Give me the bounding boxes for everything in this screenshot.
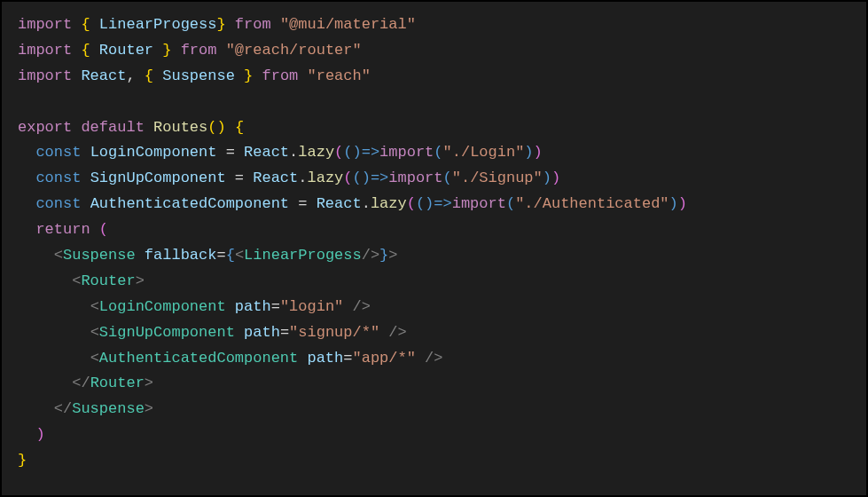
- code-token: "reach": [308, 67, 371, 84]
- code-token: ): [534, 144, 543, 161]
- code-token: =: [226, 170, 254, 186]
- code-token: [379, 324, 388, 341]
- code-token: [271, 16, 280, 33]
- code-token: ,: [126, 67, 144, 84]
- code-token: [72, 119, 81, 136]
- code-token: (): [343, 144, 361, 161]
- code-token: Suspense: [162, 67, 235, 84]
- code-token: const: [35, 170, 81, 186]
- code-line[interactable]: </Suspense>: [18, 397, 850, 422]
- code-line[interactable]: <Suspense fallback={<LinearProgess/>}>: [18, 243, 850, 269]
- code-token: [18, 272, 72, 289]
- code-line[interactable]: <Router>: [18, 269, 850, 295]
- code-token: <: [90, 298, 99, 315]
- code-token: [72, 42, 81, 59]
- code-token: </: [54, 400, 72, 417]
- code-token: [18, 298, 90, 315]
- code-token: >: [145, 375, 153, 391]
- code-token: />: [425, 350, 442, 367]
- code-token: (: [506, 195, 515, 212]
- code-token: path: [235, 298, 271, 315]
- code-token: (): [353, 170, 371, 186]
- code-line[interactable]: export default Routes() {: [18, 115, 850, 141]
- code-token: ): [524, 144, 533, 161]
- code-token: "./Signup": [452, 170, 543, 186]
- code-token: [18, 324, 90, 341]
- code-token: ): [543, 170, 551, 186]
- code-token: }: [379, 247, 388, 264]
- code-token: [235, 324, 244, 341]
- code-token: [226, 298, 235, 315]
- code-token: "login": [280, 298, 343, 315]
- code-token: <: [235, 247, 244, 264]
- code-token: [216, 42, 225, 59]
- code-line[interactable]: const LoginComponent = React.lazy(()=>im…: [18, 140, 850, 166]
- code-token: [81, 170, 90, 186]
- code-line[interactable]: [18, 90, 850, 115]
- code-token: [18, 170, 35, 186]
- code-token: />: [353, 298, 371, 315]
- code-token: fallback: [145, 247, 217, 264]
- code-token: />: [362, 247, 379, 264]
- code-token: ): [669, 195, 678, 212]
- code-line[interactable]: import React, { Suspense } from "reach": [18, 64, 850, 90]
- code-token: ): [678, 195, 687, 212]
- code-line[interactable]: import { LinearProgess} from "@mui/mater…: [18, 12, 850, 38]
- code-token: =: [216, 144, 244, 161]
- code-token: [72, 16, 81, 33]
- code-token: [18, 195, 35, 212]
- code-line[interactable]: ): [18, 422, 850, 448]
- code-editor[interactable]: import { LinearProgess} from "@mui/mater…: [2, 2, 866, 485]
- code-token: =: [280, 324, 289, 341]
- code-token: (: [407, 195, 416, 212]
- code-token: AuthenticatedComponent: [90, 195, 289, 212]
- code-line[interactable]: }: [18, 448, 850, 474]
- code-token: [18, 426, 35, 443]
- code-token: (: [99, 221, 108, 238]
- code-token: path: [307, 350, 343, 367]
- code-token: =: [271, 298, 280, 315]
- code-token: </: [72, 375, 90, 391]
- code-token: [226, 119, 235, 136]
- code-token: from: [235, 16, 271, 33]
- code-token: [90, 16, 99, 33]
- code-token: [18, 221, 35, 238]
- code-line[interactable]: <SignUpComponent path="signup/*" />: [18, 320, 850, 346]
- code-line[interactable]: <AuthenticatedComponent path="app/*" />: [18, 346, 850, 372]
- code-token: const: [35, 144, 81, 161]
- code-token: }: [162, 42, 171, 59]
- code-token: Suspense: [63, 247, 136, 264]
- code-line[interactable]: <LoginComponent path="login" />: [18, 295, 850, 320]
- code-token: lazy: [307, 170, 343, 186]
- code-line[interactable]: return (: [18, 217, 850, 243]
- code-token: Router: [90, 375, 145, 391]
- code-token: }: [216, 16, 225, 33]
- code-token: path: [244, 324, 280, 341]
- code-line[interactable]: const AuthenticatedComponent = React.laz…: [18, 192, 850, 217]
- code-token: .: [362, 195, 371, 212]
- code-token: Routes: [153, 119, 207, 136]
- code-token: React: [253, 170, 298, 186]
- code-line[interactable]: </Router>: [18, 371, 850, 397]
- code-token: LinearProgess: [244, 247, 362, 264]
- code-token: =: [216, 247, 225, 264]
- code-token: <: [90, 324, 99, 341]
- code-token: >: [388, 247, 397, 264]
- code-token: [18, 375, 72, 391]
- code-token: [153, 67, 162, 84]
- code-token: Router: [99, 42, 153, 59]
- code-token: "@mui/material": [280, 16, 416, 33]
- code-line[interactable]: const SignUpComponent = React.lazy(()=>i…: [18, 166, 850, 192]
- code-token: [90, 221, 99, 238]
- code-token: =>: [362, 144, 379, 161]
- code-token: LinearProgess: [99, 16, 217, 33]
- code-token: }: [244, 67, 253, 84]
- code-token: [136, 247, 145, 264]
- code-token: React: [317, 195, 362, 212]
- code-token: (): [207, 119, 225, 136]
- code-token: =: [343, 350, 352, 367]
- code-token: }: [18, 452, 27, 469]
- code-line[interactable]: import { Router } from "@reach/router": [18, 38, 850, 64]
- code-token: [171, 42, 180, 59]
- code-token: [18, 350, 90, 367]
